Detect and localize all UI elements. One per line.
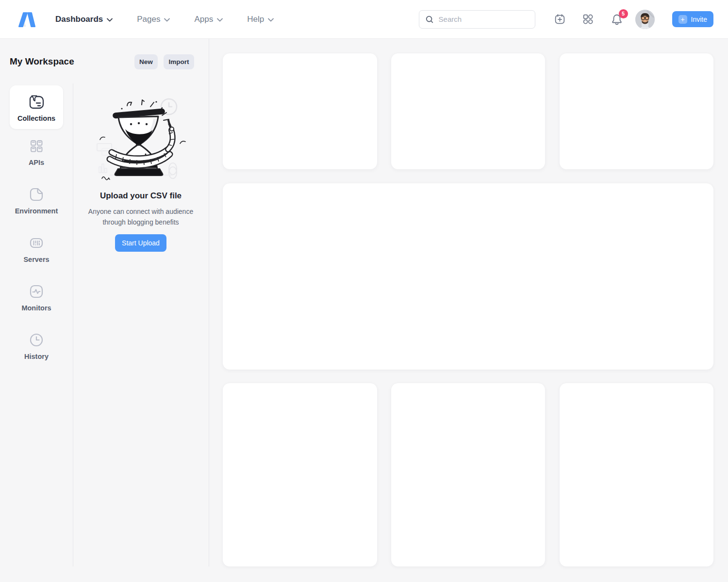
- sidebar-label-monitors: Monitors: [21, 304, 51, 312]
- dashboard-card-wide: [223, 183, 713, 370]
- top-navbar: Dashboards Pages Apps Help: [0, 0, 728, 39]
- nav-apps-label: Apps: [194, 15, 213, 24]
- nav-pages-label: Pages: [137, 15, 160, 24]
- chevron-down-icon: [164, 18, 170, 22]
- sidebar-item-environment[interactable]: Environment: [10, 185, 63, 215]
- dashboard-card-3: [560, 53, 713, 169]
- plus-icon: +: [678, 15, 687, 24]
- sidebar-label-apis: APIs: [29, 159, 44, 166]
- nav-apps[interactable]: Apps: [194, 15, 223, 24]
- dashboard-card-2: [391, 53, 545, 169]
- sidebar-divider: [73, 83, 73, 566]
- sidebar-item-history[interactable]: History: [10, 330, 63, 360]
- add-square-icon[interactable]: [554, 13, 566, 26]
- sidebar-item-apis[interactable]: APIs: [10, 136, 63, 166]
- upload-description: Anyone can connect with audience through…: [82, 206, 200, 227]
- search-box[interactable]: [419, 10, 535, 29]
- dashboard-card-5: [223, 383, 377, 566]
- sidebar-item-servers[interactable]: Servers: [10, 233, 63, 263]
- notification-badge: 5: [619, 9, 628, 18]
- header-actions: 5: [419, 10, 713, 29]
- upload-title: Upload your CSV file: [73, 191, 209, 201]
- dashboard-card-1: [223, 53, 377, 169]
- hourglass-robot-illustration: [95, 95, 187, 189]
- app-window: Dashboards Pages Apps Help: [0, 0, 728, 582]
- nav-dashboards-label: Dashboards: [55, 15, 103, 24]
- dashboard-card-6: [391, 383, 545, 566]
- sidebar-label-collections: Collections: [17, 114, 55, 122]
- start-upload-button[interactable]: Start Upload: [115, 234, 166, 252]
- history-icon: [27, 330, 46, 350]
- search-input[interactable]: [439, 15, 521, 23]
- environment-icon: [27, 185, 46, 204]
- nav-pages[interactable]: Pages: [137, 15, 170, 24]
- monitors-icon: [27, 282, 46, 301]
- sidebar-label-environment: Environment: [15, 207, 58, 215]
- brand-logo[interactable]: [15, 9, 36, 30]
- invite-button[interactable]: + Invite: [672, 11, 713, 27]
- dashboard-card-7: [560, 383, 713, 566]
- chevron-down-icon: [268, 18, 274, 22]
- user-avatar[interactable]: [635, 10, 655, 29]
- sidebar-item-monitors[interactable]: Monitors: [10, 282, 63, 312]
- sidebar-label-servers: Servers: [23, 256, 49, 263]
- grid-apps-icon[interactable]: [582, 13, 595, 26]
- nav-help[interactable]: Help: [247, 15, 274, 24]
- main-nav: Dashboards Pages Apps Help: [55, 15, 274, 24]
- chevron-down-icon: [217, 18, 223, 22]
- new-button[interactable]: New: [134, 54, 158, 69]
- search-icon: [425, 15, 434, 24]
- apis-icon: [27, 136, 46, 156]
- invite-label: Invite: [691, 16, 707, 23]
- chevron-down-icon: [107, 18, 113, 22]
- nav-dashboards[interactable]: Dashboards: [55, 15, 113, 24]
- workspace-title: My Workspace: [10, 56, 74, 67]
- nav-help-label: Help: [247, 15, 264, 24]
- notifications-button[interactable]: 5: [610, 13, 624, 26]
- collections-icon: [27, 93, 46, 112]
- import-button[interactable]: Import: [164, 54, 194, 69]
- panel-divider: [209, 39, 209, 566]
- sidebar-label-history: History: [24, 353, 49, 360]
- sidebar-item-collections[interactable]: Collections: [10, 85, 63, 129]
- servers-icon: [27, 233, 46, 253]
